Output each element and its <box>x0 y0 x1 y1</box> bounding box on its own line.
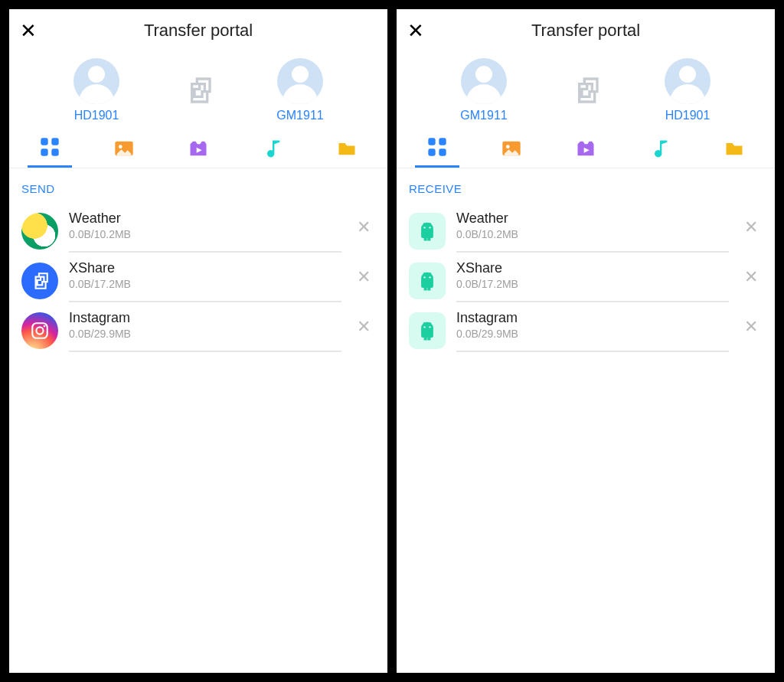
item-size: 0.0B/29.9MB <box>456 328 729 340</box>
header: ✕ Transfer portal <box>9 9 387 52</box>
svg-point-7 <box>36 327 43 334</box>
remove-icon[interactable]: ✕ <box>740 217 763 245</box>
section-label: SEND <box>9 168 387 203</box>
android-icon <box>409 213 446 250</box>
svg-rect-12 <box>439 148 446 155</box>
list-item: Weather 0.0B/10.2MB ✕ <box>9 203 387 253</box>
remove-icon[interactable]: ✕ <box>352 267 375 295</box>
avatar-icon <box>277 58 323 104</box>
header: ✕ Transfer portal <box>397 9 775 52</box>
link-icon <box>570 75 601 106</box>
instagram-icon <box>21 312 58 349</box>
item-size: 0.0B/17.2MB <box>69 278 341 290</box>
svg-point-18 <box>429 276 430 278</box>
photo-icon <box>113 138 135 159</box>
svg-point-19 <box>423 326 425 328</box>
avatar-icon <box>461 58 507 104</box>
remove-icon[interactable]: ✕ <box>352 317 375 344</box>
remove-icon[interactable]: ✕ <box>352 217 375 245</box>
item-name: XShare <box>456 260 729 276</box>
tab-photos[interactable] <box>102 136 146 168</box>
list-item: Instagram 0.0B/29.9MB ✕ <box>9 302 387 352</box>
item-name: XShare <box>69 260 341 276</box>
item-size: 0.0B/10.2MB <box>456 228 729 240</box>
remove-icon[interactable]: ✕ <box>740 267 763 295</box>
avatar-icon <box>74 58 119 104</box>
list-item: Weather 0.0B/10.2MB ✕ <box>397 203 775 253</box>
apps-icon <box>426 136 448 158</box>
item-name: Instagram <box>456 310 729 326</box>
svg-point-15 <box>423 227 425 228</box>
folder-icon <box>336 138 358 159</box>
peer-self-name: GM1911 <box>460 109 507 122</box>
item-name: Weather <box>456 210 729 227</box>
svg-point-8 <box>44 325 46 327</box>
svg-point-16 <box>429 227 430 228</box>
video-icon <box>188 138 209 159</box>
video-icon <box>575 138 596 159</box>
item-size: 0.0B/17.2MB <box>456 278 729 290</box>
music-icon <box>649 138 671 159</box>
item-name: Weather <box>69 210 341 227</box>
phone-receive: ✕ Transfer portal GM1911 HD1901 <box>397 9 775 673</box>
page-title: Transfer portal <box>20 21 377 41</box>
item-size: 0.0B/29.9MB <box>69 328 341 340</box>
svg-rect-3 <box>51 148 58 155</box>
avatar-icon <box>665 58 710 104</box>
photo-icon <box>501 138 522 159</box>
svg-rect-9 <box>428 138 435 145</box>
item-body[interactable]: XShare 0.0B/17.2MB <box>69 259 341 302</box>
peer-row: GM1911 HD1901 <box>397 52 775 127</box>
svg-point-14 <box>506 145 510 148</box>
peer-remote[interactable]: HD1901 <box>645 58 730 122</box>
svg-rect-2 <box>41 148 47 155</box>
list-item: Instagram 0.0B/29.9MB ✕ <box>397 302 775 352</box>
peer-remote[interactable]: GM1911 <box>258 58 342 122</box>
peer-self-name: HD1901 <box>74 109 119 122</box>
tab-music[interactable] <box>638 136 682 168</box>
folder-icon <box>724 138 745 159</box>
remove-icon[interactable]: ✕ <box>740 317 763 344</box>
section-label: RECEIVE <box>397 168 775 203</box>
category-tabs <box>397 127 775 168</box>
tab-videos[interactable] <box>564 136 608 168</box>
link-icon <box>183 75 214 106</box>
svg-rect-0 <box>41 138 47 145</box>
list-item: XShare 0.0B/17.2MB ✕ <box>9 253 387 302</box>
peer-self[interactable]: HD1901 <box>54 58 139 122</box>
item-body[interactable]: XShare 0.0B/17.2MB <box>456 259 729 302</box>
tab-files[interactable] <box>325 136 369 168</box>
item-body[interactable]: Weather 0.0B/10.2MB <box>69 209 341 253</box>
page-title: Transfer portal <box>407 21 764 41</box>
item-size: 0.0B/10.2MB <box>69 228 341 240</box>
svg-point-20 <box>429 326 430 328</box>
svg-point-17 <box>423 276 425 278</box>
item-body[interactable]: Weather 0.0B/10.2MB <box>456 209 729 253</box>
tab-files[interactable] <box>712 136 756 168</box>
apps-icon <box>39 136 60 158</box>
peer-row: HD1901 GM1911 <box>9 52 387 127</box>
item-name: Instagram <box>69 310 341 326</box>
tab-photos[interactable] <box>489 136 534 168</box>
tab-apps[interactable] <box>28 136 72 168</box>
xshare-icon <box>21 263 58 299</box>
item-body[interactable]: Instagram 0.0B/29.9MB <box>456 308 729 352</box>
peer-remote-name: HD1901 <box>665 109 710 122</box>
svg-rect-1 <box>51 138 58 145</box>
android-icon <box>409 263 446 299</box>
svg-point-5 <box>119 145 122 148</box>
list-item: XShare 0.0B/17.2MB ✕ <box>397 253 775 302</box>
peer-self[interactable]: GM1911 <box>442 58 526 122</box>
svg-rect-10 <box>439 138 446 145</box>
item-body[interactable]: Instagram 0.0B/29.9MB <box>69 308 341 352</box>
peer-remote-name: GM1911 <box>276 109 323 122</box>
tab-videos[interactable] <box>176 136 220 168</box>
android-icon <box>409 312 446 349</box>
category-tabs <box>9 127 387 168</box>
music-icon <box>262 138 283 159</box>
tab-apps[interactable] <box>415 136 459 168</box>
svg-rect-11 <box>428 148 435 155</box>
tab-music[interactable] <box>250 136 295 168</box>
weather-icon <box>21 213 58 250</box>
phone-send: ✕ Transfer portal HD1901 GM1911 <box>9 9 387 673</box>
